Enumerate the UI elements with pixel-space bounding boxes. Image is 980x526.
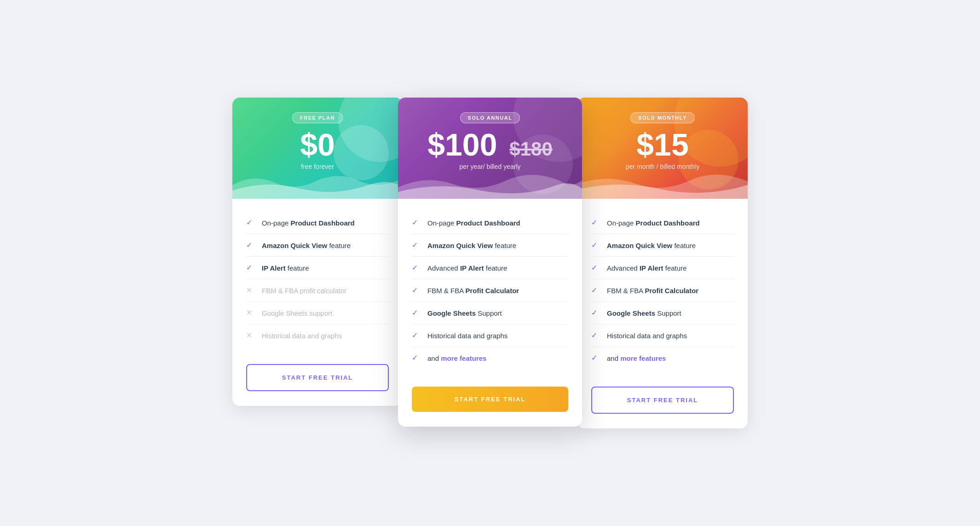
list-item: ✓Historical data and graphs [591,324,734,347]
list-item: ✓On-page Product Dashboard [412,212,568,234]
list-item: ✓and more features [591,347,734,369]
feature-text: On-page Product Dashboard [607,219,700,227]
list-item: ✓Google Sheets Support [412,302,568,324]
feature-bold-text: Profit Calculator [645,287,699,295]
feature-text: Historical data and graphs [427,332,507,340]
feature-bold-text: Profit Calculator [466,287,519,295]
feature-text: Advanced IP Alert feature [607,264,686,272]
plan-subtitle-solo-monthly: per month / billed monthly [587,163,738,170]
feature-text: Google Sheets Support [427,309,502,317]
list-item: ✓On-page Product Dashboard [246,212,389,234]
feature-text: FBM & FBA Profit Calculator [427,287,519,295]
feature-bold-text: IP Alert [640,264,663,272]
check-icon: ✓ [246,263,255,272]
list-item: ✓FBM & FBA Profit Calculator [412,279,568,302]
card-header-solo-annual: SOLO ANNUAL$100 $180per year/ billed yea… [398,98,582,199]
check-icon: ✓ [246,218,255,227]
plan-badge-solo-annual: SOLO ANNUAL [460,112,520,123]
features-list-solo-monthly: ✓On-page Product Dashboard✓Amazon Quick … [577,199,748,382]
feature-text: Advanced IP Alert feature [427,264,507,272]
check-icon: ✓ [412,308,421,318]
plan-subtitle-free: free forever [242,163,393,170]
list-item: ✓Amazon Quick View feature [591,234,734,257]
x-icon: ✕ [246,286,255,295]
start-free-trial-button-solo-annual[interactable]: START FREE TRIAL [412,387,568,412]
check-icon: ✓ [412,263,421,272]
feature-text: On-page Product Dashboard [262,219,355,227]
x-icon: ✕ [246,331,255,340]
feature-text: Google Sheets Support [607,309,681,317]
feature-bold-text: Google Sheets [427,309,476,317]
header-wave-solo-monthly [577,171,748,199]
header-wave-solo-annual [398,171,582,199]
check-icon: ✓ [246,241,255,250]
feature-bold-text: Amazon Quick View [607,242,672,249]
feature-bold-text: Product Dashboard [636,219,700,227]
feature-bold-text: Product Dashboard [456,219,520,227]
cta-section-solo-annual: START FREE TRIAL [398,382,582,427]
plan-price-solo-monthly: $15 [587,129,738,160]
list-item: ✓Amazon Quick View feature [246,234,389,257]
list-item: ✓On-page Product Dashboard [591,212,734,234]
list-item: ✓Advanced IP Alert feature [412,257,568,279]
plan-badge-free: FREE PLAN [292,112,343,123]
list-item: ✓Google Sheets Support [591,302,734,324]
list-item: ✕FBM & FBA profit calculator [246,279,389,302]
check-icon: ✓ [591,241,600,250]
feature-text: FBM & FBA profit calculator [262,287,346,295]
feature-text: Google Sheets support [262,309,332,317]
check-icon: ✓ [591,263,600,272]
check-icon: ✓ [412,353,421,363]
features-list-free: ✓On-page Product Dashboard✓Amazon Quick … [232,199,403,359]
start-free-trial-button-free[interactable]: START FREE TRIAL [246,364,389,391]
plan-subtitle-solo-annual: per year/ billed yearly [407,163,573,170]
check-icon: ✓ [591,353,600,363]
feature-text: Amazon Quick View feature [262,242,351,249]
check-icon: ✓ [591,286,600,295]
feature-bold-text: Product Dashboard [291,219,355,227]
check-icon: ✓ [591,218,600,227]
list-item: ✓Amazon Quick View feature [412,234,568,257]
pricing-card-solo-monthly: SOLO MONTHLY$15per month / billed monthl… [577,98,748,428]
feature-text: Historical data and graphs [607,332,687,340]
pricing-card-free: FREE PLAN$0free forever✓On-page Product … [232,98,403,406]
feature-bold-text: IP Alert [460,264,484,272]
more-features-link[interactable]: more features [441,354,486,362]
list-item: ✓Historical data and graphs [412,324,568,347]
feature-text: IP Alert feature [262,264,309,272]
cta-section-free: START FREE TRIAL [232,359,403,406]
check-icon: ✓ [412,241,421,250]
list-item: ✓and more features [412,347,568,369]
feature-bold-text: Google Sheets [607,309,655,317]
list-item: ✕Historical data and graphs [246,324,389,347]
feature-text: Historical data and graphs [262,332,342,340]
feature-bold-text: Amazon Quick View [262,242,327,249]
pricing-card-solo-annual: SOLO ANNUAL$100 $180per year/ billed yea… [398,98,582,427]
check-icon: ✓ [591,331,600,340]
plan-badge-solo-monthly: SOLO MONTHLY [630,112,695,123]
feature-text: Amazon Quick View feature [427,242,516,249]
check-icon: ✓ [412,286,421,295]
check-icon: ✓ [591,308,600,318]
cta-section-solo-monthly: START FREE TRIAL [577,382,748,428]
feature-text: and more features [607,354,666,362]
pricing-container: FREE PLAN$0free forever✓On-page Product … [168,98,812,428]
card-header-free: FREE PLAN$0free forever [232,98,403,199]
check-icon: ✓ [412,218,421,227]
card-header-solo-monthly: SOLO MONTHLY$15per month / billed monthl… [577,98,748,199]
header-wave-free [232,171,403,199]
feature-text: On-page Product Dashboard [427,219,520,227]
feature-bold-text: IP Alert [262,264,286,272]
feature-text: FBM & FBA Profit Calculator [607,287,698,295]
more-features-link[interactable]: more features [620,354,666,362]
check-icon: ✓ [412,331,421,340]
x-icon: ✕ [246,308,255,318]
feature-text: and more features [427,354,486,362]
features-list-solo-annual: ✓On-page Product Dashboard✓Amazon Quick … [398,199,582,382]
start-free-trial-button-solo-monthly[interactable]: START FREE TRIAL [591,387,734,414]
feature-bold-text: Amazon Quick View [427,242,493,249]
list-item: ✓FBM & FBA Profit Calculator [591,279,734,302]
plan-price-free: $0 [242,129,393,160]
feature-text: Amazon Quick View feature [607,242,696,249]
list-item: ✕Google Sheets support [246,302,389,324]
